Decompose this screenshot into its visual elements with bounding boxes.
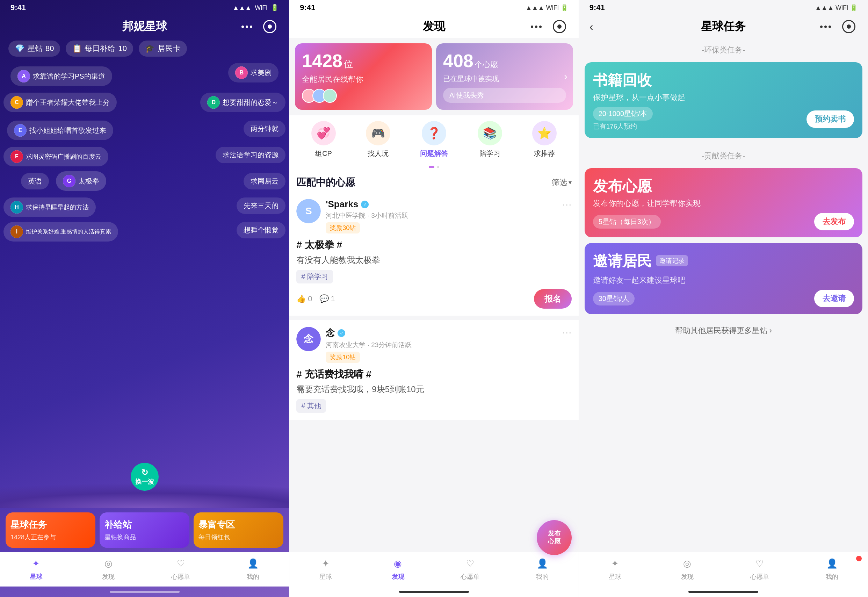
tab-card-supply[interactable]: 补给站 星钻换商品 (99, 512, 189, 548)
wish-bubble-13[interactable]: I 维护关系好难,重感情的人活得真累 (3, 222, 118, 242)
more-icon-0[interactable]: ⋯ (562, 199, 572, 211)
filter-button[interactable]: 筛选 ▾ (552, 177, 572, 188)
wish-bubble-2[interactable]: C 蹭个王者荣耀大佬带我上分 (3, 93, 117, 112)
wish-bubble-12[interactable]: 先来三天的 (237, 198, 285, 214)
nav-item-discover-p2[interactable]: ◉ 发现 (362, 556, 434, 581)
refresh-button[interactable]: ↻ 换一波 (131, 463, 159, 491)
apply-button-0[interactable]: 报名 (534, 289, 572, 309)
wish-bubble-7[interactable]: 求法语学习的资源 (216, 147, 285, 163)
cat-item-recommend[interactable]: ⭐ 求推荐 (532, 121, 556, 158)
stat-value-daily: 10 (118, 44, 126, 53)
page-title-p1: 邦妮星球 (122, 19, 167, 34)
tab-card-supply-sub: 星钻换商品 (104, 533, 184, 541)
tab-card-mission[interactable]: 星球任务 1428人正在参与 (6, 512, 95, 548)
nav-item-wish-p2[interactable]: ♡ 心愿单 (434, 556, 506, 581)
nav-item-star-p2[interactable]: ✦ 星球 (289, 556, 362, 581)
nav-item-me-p2[interactable]: 👤 我的 (506, 556, 579, 581)
tab-card-rich[interactable]: 暴富专区 每日领红包 (194, 512, 283, 548)
cat-item-qa[interactable]: ❓ 问题解答 (420, 121, 448, 158)
tc-badge-invite[interactable]: 邀请记录 (656, 255, 688, 266)
nav-item-star-p1[interactable]: ✦ 星球 (0, 556, 72, 581)
tc-action-btn-invite[interactable]: 去邀请 (814, 290, 854, 307)
refresh-label: 换一波 (135, 477, 154, 486)
target-button-p3[interactable] (840, 18, 858, 35)
nav-label-me-p3: 我的 (826, 573, 838, 581)
me-nav-icon-p2: 👤 (535, 556, 550, 571)
wc-comment-0[interactable]: 💬 1 (319, 294, 335, 303)
nav-item-me-p1[interactable]: 👤 我的 (217, 556, 289, 581)
tc-title-books: 书籍回收 (593, 71, 854, 90)
cat-label-cp: 组CP (315, 149, 332, 158)
nav-item-discover-p1[interactable]: ◎ 发现 (72, 556, 145, 581)
cat-item-study[interactable]: 📚 陪学习 (478, 121, 502, 158)
wishes-cloud: A 求靠谱的学习PS的渠道 B 求美剧 C 蹭个王者荣耀大佬带我上分 D 想要甜… (0, 59, 289, 466)
wish-bubble-0[interactable]: A 求靠谱的学习PS的渠道 (10, 67, 112, 86)
p3-scroll: -环保类任务- 书籍回收 保护星球，从一点小事做起 20-1000星钻/本 已有… (579, 38, 868, 552)
task-card-invite[interactable]: 邀请居民 邀请记录 邀请好友一起来建设星球吧 30星钻/人 去邀请 (585, 243, 862, 314)
more-button-p2[interactable] (528, 18, 545, 35)
float-publish-button[interactable]: 发布 心愿 (537, 520, 572, 555)
wish-bubble-8[interactable]: 英语 (21, 173, 49, 189)
dot-inactive (437, 166, 439, 168)
gender-icon-0: ♂ (361, 200, 369, 208)
back-button[interactable]: ‹ (589, 20, 594, 33)
wish-bubble-1[interactable]: B 求美剧 (228, 63, 279, 83)
wc-tag-0-0[interactable]: # 陪学习 (296, 270, 333, 284)
nav-label-discover-p2: 发现 (392, 573, 404, 581)
wish-bubble-3[interactable]: D 想要甜甜的恋爱～ (200, 93, 285, 112)
wish-bubble-9[interactable]: G 太极拳 (56, 171, 106, 191)
wc-tag-1-0[interactable]: # 其他 (296, 399, 326, 413)
more-icon-1[interactable]: ⋯ (562, 327, 572, 339)
bottom-nav-p1: ✦ 星球 ◎ 发现 ♡ 心愿单 👤 我的 (0, 552, 289, 587)
wc-like-0[interactable]: 👍 0 (296, 294, 312, 303)
wish-bubble-14[interactable]: 想睡个懒觉 (237, 222, 285, 238)
stat-label-diamonds: 星钻 (27, 43, 43, 54)
ai-btn[interactable]: AI使我头秀 (443, 88, 566, 103)
more-button-p1[interactable] (238, 18, 255, 35)
more-button-p3[interactable] (817, 18, 834, 35)
stat-chip-card[interactable]: 🎓 居民卡 (139, 40, 187, 56)
task-card-wish[interactable]: 发布心愿 发布你的心愿，让同学帮你实现 5星钻（每日3次） 去发布 (585, 168, 862, 237)
wish-bubble-4[interactable]: E 找小姐姐给唱首歌发过来 (7, 120, 113, 140)
filter-icon: ▾ (568, 178, 572, 186)
wish-nav-icon-p2: ♡ (462, 556, 478, 571)
target-button-p2[interactable] (551, 18, 568, 35)
tab-card-mission-title: 星球任务 (10, 519, 91, 531)
cat-item-cp[interactable]: 💞 组CP (312, 121, 336, 158)
wish-card-0: S 'Sparks ♂ 河北中医学院 · 3小时前活跃 奖励30钻 ⋯ # 太极… (289, 192, 578, 316)
wish-bubble-5[interactable]: 两分钟就 (243, 120, 285, 137)
discover-nav-icon-p1: ◎ (101, 556, 116, 571)
nav-item-wish-p1[interactable]: ♡ 心愿单 (145, 556, 217, 581)
wish-text-13: 维护关系好难,重感情的人活得真累 (26, 228, 111, 236)
dot-active (429, 166, 434, 168)
stat-value-diamonds: 80 (45, 44, 54, 53)
comment-icon-0: 💬 (319, 294, 329, 303)
cat-label-qa: 问题解答 (420, 149, 448, 158)
task-card-books[interactable]: 书籍回收 保护星球，从一点小事做起 20-1000星钻/本 已有176人预约 预… (585, 62, 862, 138)
status-time-p2: 9:41 (300, 3, 315, 12)
nav-item-me-p3[interactable]: 👤 我的 (796, 556, 868, 581)
nav-item-wish-p3[interactable]: ♡ 心愿单 (723, 556, 796, 581)
nav-label-wish-p1: 心愿单 (171, 573, 190, 581)
cat-item-play[interactable]: 🎮 找人玩 (366, 121, 390, 158)
stat-chip-diamonds[interactable]: 💎 星钻 80 (8, 40, 60, 56)
wish-bubble-6[interactable]: F 求图灵密码广播剧的百度云 (3, 147, 108, 166)
float-btn-label2: 心愿 (548, 538, 561, 546)
tc-action-btn-books[interactable]: 预约卖书 (807, 110, 854, 128)
hero-card-residents[interactable]: 1428 位 全能居民在线帮你 (295, 43, 432, 110)
help-link[interactable]: 帮助其他居民获得更多星钻 › (579, 320, 868, 342)
wish-bubble-11[interactable]: H 求保持早睡早起的方法 (3, 198, 96, 217)
discover-nav-icon-p3: ◎ (680, 556, 695, 571)
dots-icon-p3 (820, 25, 831, 28)
stat-chip-daily[interactable]: 📋 每日补给 10 (66, 40, 133, 56)
nav-item-discover-p3[interactable]: ◎ 发现 (651, 556, 723, 581)
tab-card-mission-sub: 1428人正在参与 (10, 533, 91, 541)
status-bar-p1: 9:41 ▲▲▲ WiFi 🔋 (0, 0, 289, 15)
arrow-icon: › (564, 71, 567, 82)
target-button-p1[interactable] (261, 18, 279, 35)
nav-item-star-p3[interactable]: ✦ 星球 (579, 556, 651, 581)
tc-action-btn-wish[interactable]: 去发布 (814, 213, 854, 230)
wc-meta-1: 河南农业大学 · 23分钟前活跃 (326, 340, 556, 349)
hero-card-wishes[interactable]: 408 个心愿 已在星球中被实现 AI使我头秀 › (436, 43, 573, 110)
wish-bubble-10[interactable]: 求网易云 (243, 173, 285, 189)
